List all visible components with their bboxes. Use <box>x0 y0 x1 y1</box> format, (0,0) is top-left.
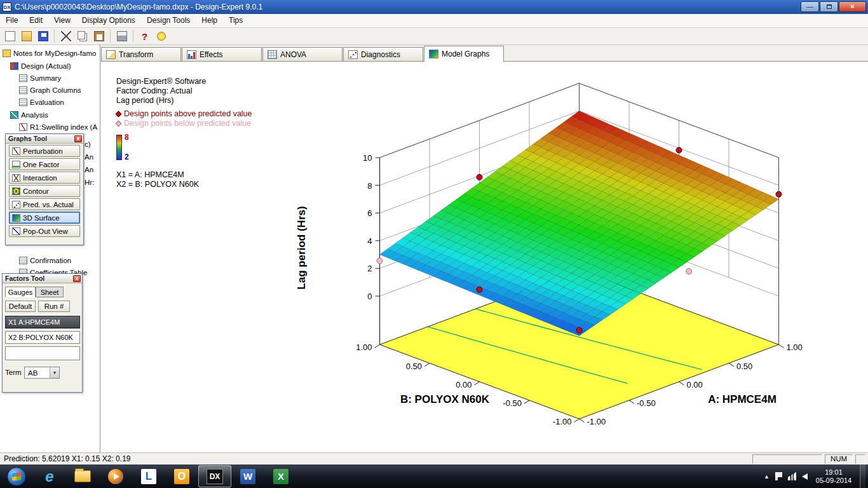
tab-transform[interactable]: Transform <box>101 47 181 62</box>
tree-item-analysis[interactable]: Analysis <box>10 109 48 121</box>
graphs-tool-titlebar[interactable]: Graphs Tool x <box>6 134 83 144</box>
excel-icon: X <box>273 469 288 484</box>
statusbar-cell <box>752 454 822 464</box>
copy-button[interactable] <box>75 29 90 43</box>
menu-file[interactable]: File <box>0 14 24 27</box>
show-desktop-button[interactable] <box>860 464 865 488</box>
svg-text:6: 6 <box>367 208 372 218</box>
navigation-tree: Notes for MyDesign-famo Design (Actual) … <box>0 45 100 452</box>
analysis-icon <box>10 111 18 119</box>
tree-item-r1-swelling-index[interactable]: R1:Swelling index (A <box>19 121 98 133</box>
print-button[interactable] <box>114 29 129 43</box>
run-number-button[interactable]: Run # <box>38 301 70 312</box>
tree-item-evaluation[interactable]: Evaluation <box>19 97 64 108</box>
paste-button[interactable] <box>92 29 106 43</box>
factor-x2-gauge[interactable]: X2 B:POLYOX N60K <box>5 331 80 344</box>
main-area: Transform Effects ANOVA Diagnostics Mode… <box>100 45 868 452</box>
taskbar-lync[interactable]: L <box>132 464 165 488</box>
factor-x1-gauge[interactable]: X1 A:HPMCE4M <box>5 316 80 329</box>
taskbar-windows-explorer[interactable] <box>66 464 99 488</box>
statusbar-cell <box>855 454 865 464</box>
restore-button[interactable] <box>820 1 838 12</box>
tips-button[interactable] <box>154 29 168 43</box>
media-player-icon <box>108 469 123 484</box>
menu-display-options[interactable]: Display Options <box>76 14 141 27</box>
gauges-tab[interactable]: Gauges <box>5 287 36 297</box>
tab-effects[interactable]: Effects <box>182 47 262 62</box>
close-icon[interactable]: x <box>73 275 81 282</box>
empty-gauge-slot[interactable] <box>5 346 80 360</box>
taskbar-media-player[interactable] <box>99 464 132 488</box>
svg-text:0.00: 0.00 <box>456 380 471 390</box>
svg-text:10: 10 <box>363 153 372 163</box>
contour-button[interactable]: Contour <box>9 185 80 197</box>
factors-tool-titlebar[interactable]: Factors Tool x <box>3 274 82 283</box>
tree-item-design[interactable]: Design (Actual) <box>10 60 71 72</box>
taskbar-word[interactable]: W <box>231 464 264 488</box>
legend-below: Design points below predicted value <box>116 119 252 128</box>
menu-design-tools[interactable]: Design Tools <box>141 14 196 27</box>
pop-out-view-button[interactable]: Pop-Out View <box>9 225 80 237</box>
new-file-icon <box>5 31 15 41</box>
toolbar-separator <box>133 30 133 43</box>
tree-item-summary[interactable]: Summary <box>19 72 61 84</box>
interaction-button[interactable]: Interaction <box>9 172 80 184</box>
svg-text:Lag period (Hrs): Lag period (Hrs) <box>295 206 308 289</box>
effects-tab-icon <box>187 50 196 59</box>
taskbar-excel[interactable]: X <box>264 464 297 488</box>
tree-item-confirmation[interactable]: Confirmation <box>19 255 71 266</box>
tab-model-graphs[interactable]: Model Graphs <box>424 46 504 62</box>
help-button[interactable]: ? <box>137 29 152 43</box>
close-icon[interactable]: x <box>74 135 82 142</box>
term-dropdown[interactable]: AB ▼ <box>24 367 60 379</box>
tab-anova[interactable]: ANOVA <box>262 47 342 62</box>
open-file-button[interactable] <box>19 29 34 43</box>
titlebar[interactable]: DX C:\Users\p00020043\Desktop\MyDesign-f… <box>0 0 868 14</box>
action-center-icon[interactable] <box>775 472 782 480</box>
close-button[interactable]: × <box>839 1 866 12</box>
taskbar-design-expert[interactable]: DX <box>198 465 231 487</box>
save-icon <box>38 31 48 41</box>
svg-text:A: HPMCE4M: A: HPMCE4M <box>708 393 776 405</box>
menu-edit[interactable]: Edit <box>24 14 48 27</box>
volume-icon[interactable] <box>802 473 808 480</box>
model-graphs-tab-icon <box>429 50 438 58</box>
perturbation-button[interactable]: Perturbation <box>9 145 80 157</box>
response-label: Lag period (Hrs) <box>116 96 252 105</box>
analysis-tabstrip: Transform Effects ANOVA Diagnostics Mode… <box>100 45 868 62</box>
cut-button[interactable] <box>58 29 73 43</box>
graphs-tool-palette: Graphs Tool x Perturbation One Factor In… <box>5 133 84 245</box>
start-button[interactable] <box>0 467 33 486</box>
tab-diagnostics[interactable]: Diagnostics <box>343 47 423 62</box>
menu-tips[interactable]: Tips <box>223 14 248 27</box>
tree-root-notes[interactable]: Notes for MyDesign-famo <box>3 48 96 59</box>
question-mark-icon: ? <box>142 31 147 41</box>
x2-assignment: X2 = B: POLYOX N60K <box>116 180 252 189</box>
menu-help[interactable]: Help <box>196 14 223 27</box>
3d-surface-button[interactable]: 3D Surface <box>9 212 80 224</box>
obscured-tree-text: An <box>85 153 100 161</box>
svg-text:-1.00: -1.00 <box>587 417 606 426</box>
one-factor-button[interactable]: One Factor <box>9 158 80 170</box>
taskbar-clock[interactable]: 19:01 05-09-2014 <box>813 468 854 485</box>
svg-text:8: 8 <box>367 181 372 191</box>
taskbar: e L O DX W X ▲ 19:01 05-09-2014 <box>0 464 868 488</box>
taskbar-outlook[interactable]: O <box>165 464 198 488</box>
tree-item-graph-columns[interactable]: Graph Columns <box>19 85 81 96</box>
printer-icon <box>117 31 127 41</box>
contour-icon <box>12 187 20 195</box>
menu-view[interactable]: View <box>48 14 76 27</box>
hidden-icons-arrow[interactable]: ▲ <box>764 473 770 480</box>
sheet-tab[interactable]: Sheet <box>36 287 64 297</box>
factors-tool-palette: Factors Tool x Gauges Sheet Default Run … <box>2 273 83 393</box>
save-button[interactable] <box>36 29 50 43</box>
internet-explorer-icon: e <box>45 468 53 485</box>
play-icon <box>114 473 119 480</box>
prediction-status: Prediction: 5.62019 X1: 0.15 X2: 0.19 <box>4 454 130 463</box>
default-button[interactable]: Default <box>5 301 36 312</box>
minimize-button[interactable]: — <box>801 1 819 12</box>
new-file-button[interactable] <box>3 29 17 43</box>
design-icon <box>10 62 18 70</box>
taskbar-internet-explorer[interactable]: e <box>33 464 66 488</box>
pred-vs-actual-button[interactable]: Pred. vs. Actual <box>9 198 80 210</box>
